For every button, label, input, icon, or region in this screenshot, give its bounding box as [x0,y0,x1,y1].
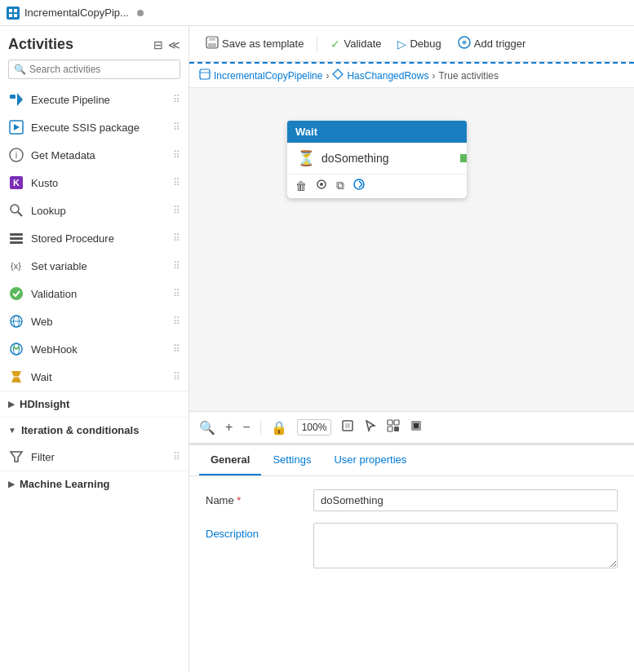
svg-rect-3 [14,14,17,17]
sidebar-item-webhook[interactable]: WebHook ⠿ [0,335,188,363]
chevron-down-icon: ▼ [8,426,16,435]
sidebar-item-filter[interactable]: Filter ⠿ [0,443,188,471]
sidebar-item-get-metadata[interactable]: i Get Metadata ⠿ [0,141,188,169]
drag-handle: ⠿ [173,177,180,188]
drag-handle: ⠿ [173,316,180,327]
sidebar-item-web[interactable]: Web ⠿ [0,307,188,335]
svg-text:i: i [16,150,17,160]
canvas-fit-icon[interactable] [341,419,354,435]
breadcrumb-activity[interactable]: HasChangedRows [347,70,428,82]
description-row: Description [206,523,618,568]
sidebar-group-ml[interactable]: ▶ Machine Learning [0,471,188,497]
svg-marker-26 [11,452,22,462]
canvas-sep-1 [260,420,261,435]
canvas-select-icon[interactable] [364,419,377,435]
name-input[interactable] [313,489,618,511]
activity-settings-icon[interactable] [315,178,328,193]
sidebar-item-execute-ssis[interactable]: Execute SSIS package ⠿ [0,113,188,141]
wait-label: Wait [31,371,170,383]
pipeline-canvas[interactable]: Wait ⏳ doSomething 🗑 ⧉ [189,88,634,411]
sidebar-item-wait[interactable]: Wait ⠿ [0,363,188,391]
sidebar-group-hdinsight[interactable]: ▶ HDInsight [0,391,188,417]
svg-line-13 [18,212,22,216]
canvas-zoom-level[interactable]: 100% [297,419,332,435]
debug-label: Debug [410,38,441,50]
execute-pipeline-icon [8,91,24,108]
breadcrumb-pipeline[interactable]: IncrementalCopyPipeline [214,70,322,82]
execute-ssis-icon [8,119,24,135]
svg-text:K: K [13,178,20,188]
canvas-remove-icon[interactable]: − [242,420,250,435]
web-label: Web [31,316,170,328]
delete-activity-icon[interactable]: 🗑 [295,179,307,192]
validation-icon [8,285,24,302]
canvas-add-icon[interactable]: + [225,420,233,435]
save-template-label: Save as template [222,38,304,50]
tab-general[interactable]: General [199,445,261,475]
drag-handle: ⠿ [173,288,180,299]
activity-node-footer: 🗑 ⧉ [287,174,467,198]
sidebar-item-lookup[interactable]: Lookup ⠿ [0,197,188,224]
validate-label: Validate [344,38,381,50]
search-box[interactable]: 🔍 [8,60,180,79]
unsaved-indicator [137,10,144,16]
sidebar-header: Activities ⊟ ≪ [0,26,188,60]
drag-handle: ⠿ [173,451,180,462]
canvas-arrange-icon[interactable] [387,419,400,435]
tab-settings[interactable]: Settings [261,445,322,475]
drag-handle: ⠿ [173,94,180,105]
sidebar-item-execute-pipeline[interactable]: Execute Pipeline ⠿ [0,86,188,113]
copy-activity-icon[interactable]: ⧉ [336,179,344,192]
get-metadata-label: Get Metadata [31,149,170,161]
main-toolbar: Save as template ✓ Validate ▷ Debug Add … [189,26,634,62]
iteration-label: Iteration & conditionals [21,424,139,436]
canvas-lock-icon[interactable]: 🔒 [271,420,287,435]
chevron-right-ml-icon: ▶ [8,480,15,489]
svg-rect-1 [14,9,17,12]
add-trigger-button[interactable]: Add trigger [451,33,533,55]
sidebar-item-kusto[interactable]: K Kusto ⠿ [0,169,188,197]
svg-marker-33 [333,69,343,79]
tab-user-properties[interactable]: User properties [322,445,418,475]
validate-icon: ✓ [330,38,340,51]
sidebar-item-stored-procedure[interactable]: Stored Procedure ⠿ [0,224,188,252]
breadcrumb-sep-1: › [326,70,329,82]
activity-node-title: Wait [295,126,317,138]
properties-panel: General Settings User properties Name * … [189,444,634,672]
filter-item-icon [8,449,24,465]
activity-hourglass-icon: ⏳ [297,149,315,167]
sidebar-item-validation[interactable]: Validation ⠿ [0,280,188,307]
breadcrumb-current: True activities [438,70,499,82]
canvas-toolbar: 🔍 + − 🔒 100% [189,411,634,444]
svg-line-38 [359,184,362,188]
execute-ssis-label: Execute SSIS package [31,122,170,134]
search-input[interactable] [29,64,175,75]
drag-handle: ⠿ [173,260,180,272]
name-label: Name * [206,489,304,506]
toolbar-divider-1 [317,36,317,52]
collapse-icon[interactable]: ≪ [168,38,180,51]
debug-button[interactable]: ▷ Debug [391,34,447,54]
sidebar-item-set-variable[interactable]: {x} Set variable ⠿ [0,252,188,280]
add-trigger-label: Add trigger [474,38,526,50]
svg-rect-40 [345,423,350,428]
drag-handle: ⠿ [173,122,180,133]
connect-activity-icon[interactable] [352,178,366,193]
save-template-icon [206,36,219,51]
validate-button[interactable]: ✓ Validate [324,34,388,54]
lookup-label: Lookup [31,205,170,217]
description-input[interactable] [313,523,618,568]
filter-icon[interactable]: ⊟ [153,38,163,51]
canvas-expand-icon[interactable] [410,419,423,435]
drag-handle: ⠿ [173,149,180,161]
sidebar-group-iteration[interactable]: ▼ Iteration & conditionals [0,417,188,443]
canvas-search-icon[interactable]: 🔍 [199,420,215,435]
wait-icon [8,369,24,385]
svg-text:{x}: {x} [11,261,21,271]
add-trigger-icon [458,36,471,51]
activity-node-wait[interactable]: Wait ⏳ doSomething 🗑 ⧉ [287,121,467,198]
web-icon [8,313,24,329]
filter-label: Filter [31,451,170,463]
svg-rect-28 [209,37,215,41]
save-template-button[interactable]: Save as template [199,33,310,55]
